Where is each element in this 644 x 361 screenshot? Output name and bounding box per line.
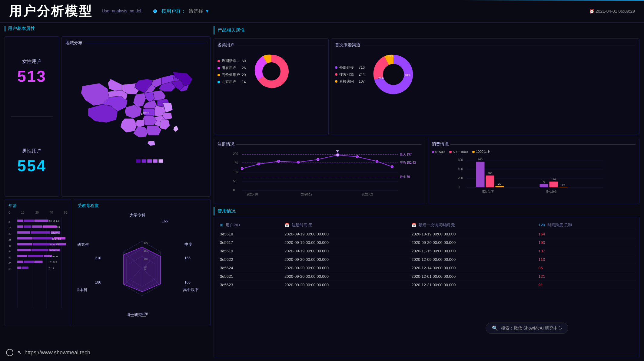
edu-title: 受教育程度 xyxy=(78,203,207,208)
legend-val-direct: 107 xyxy=(359,79,365,84)
svg-rect-21 xyxy=(32,225,42,228)
svg-text:186: 186 xyxy=(95,280,101,284)
male-stat: 男性用户 554 xyxy=(11,148,53,175)
user-types-title: 各类用户 xyxy=(217,42,325,48)
svg-text:210: 210 xyxy=(95,256,101,260)
consume-legend-2: 500~1000 xyxy=(449,149,468,154)
legend-search: 搜索引擎 244 xyxy=(335,72,365,77)
svg-text:平均 152.43: 平均 152.43 xyxy=(400,161,416,164)
table-row: 3e5617 2020-09-19 00:00:00.000 2020-09-2… xyxy=(217,238,636,247)
table-icon-reg: 📅 xyxy=(284,223,289,227)
source-pie-svg: 67.10% 22.87% 10% xyxy=(369,50,418,99)
table-row: 3e5621 2020-09-20 00:00:00.000 2020-12-0… xyxy=(217,272,636,281)
svg-point-122 xyxy=(336,153,339,156)
user-types-pie-svg xyxy=(250,50,293,93)
col-last: 📅 最后一次访问时间 无 xyxy=(409,221,536,230)
svg-rect-62 xyxy=(34,261,42,263)
svg-rect-2 xyxy=(136,159,141,162)
svg-rect-5 xyxy=(153,159,158,162)
svg-text:0: 0 xyxy=(8,221,10,224)
svg-text:100: 100 xyxy=(144,258,148,261)
edu-radar-svg: 大学专科 中专 高中以下 博士研究生 大学本科 硕士研究生 165 166 16… xyxy=(78,211,207,320)
map-panel: 地域分布 xyxy=(61,36,211,197)
user-types-panel: 各类用户 近期活跃... 69 潜在用户 26 xyxy=(214,38,329,135)
svg-rect-6 xyxy=(159,159,163,162)
svg-rect-141 xyxy=(476,162,485,188)
svg-rect-13 xyxy=(24,220,34,222)
svg-rect-143 xyxy=(486,176,494,187)
svg-text:34: 34 xyxy=(55,238,58,240)
svg-point-123 xyxy=(356,156,359,158)
svg-text:260: 260 xyxy=(488,172,492,175)
svg-text:26: 26 xyxy=(52,255,55,258)
svg-text:33: 33 xyxy=(54,231,57,234)
source-panel: 首次来源渠道 外部链接 716 搜索引擎 244 xyxy=(331,38,639,135)
svg-point-124 xyxy=(376,160,378,162)
left-panel: 用户基本属性 女性用户 513 男性用户 554 地域分布 xyxy=(5,26,211,358)
map-title: 地域分布 xyxy=(65,40,207,46)
filter-select[interactable]: 请选择 xyxy=(189,8,203,15)
cell-last: 2020-12-09 00:00:00.000 xyxy=(409,255,536,264)
svg-text:10: 10 xyxy=(8,227,12,230)
dropdown-arrow-icon[interactable]: ▼ xyxy=(205,8,210,14)
svg-text:大学专科: 大学专科 xyxy=(130,213,145,217)
svg-text:中专: 中专 xyxy=(184,242,192,247)
svg-rect-3 xyxy=(142,159,146,162)
svg-rect-20 xyxy=(24,225,31,228)
consume-title: 消费情况 xyxy=(432,142,636,147)
svg-text:200: 200 xyxy=(233,152,238,156)
legend-label-highvalue: 高价值用户 xyxy=(222,72,240,77)
svg-rect-152 xyxy=(559,187,568,187)
legend-beijing: 北京用户 14 xyxy=(217,79,246,84)
table-row: 3e5623 2020-09-20 00:00:00.000 2020-12-3… xyxy=(217,281,636,289)
cell-span: 137 xyxy=(536,247,636,255)
svg-rect-61 xyxy=(24,261,34,263)
svg-text:高中以下: 高中以下 xyxy=(183,287,199,292)
cell-pid: 3e5621 xyxy=(217,272,282,281)
legend-highvalue: 高价值用户 20 xyxy=(217,72,246,77)
svg-text:硕士研究生: 硕士研究生 xyxy=(78,242,89,247)
svg-text:24: 24 xyxy=(56,220,59,222)
consume-dot-2 xyxy=(449,151,452,153)
svg-text:52: 52 xyxy=(8,256,12,259)
legend-val-search: 244 xyxy=(359,72,365,77)
svg-rect-150 xyxy=(549,182,558,187)
consume-legend: 0~500 500~1000 1000以上 xyxy=(432,149,636,154)
svg-text:0: 0 xyxy=(144,268,146,271)
gender-panel: 女性用户 513 男性用户 554 xyxy=(5,36,59,197)
source-title: 首次来源渠道 xyxy=(335,42,636,48)
reg-panel: 注册情况 200 150 100 50 0 xyxy=(214,138,425,204)
datetime: ⏰ 2021-04-01 06:09:29 xyxy=(589,9,635,14)
clock-icon: ⏰ xyxy=(589,9,594,14)
gender-divider xyxy=(11,117,53,117)
legend-dot-search xyxy=(335,73,337,76)
usage-panel: ⊞ 用户PID 📅 注册时间 无 📅 最后一次访问时间 无 xyxy=(214,217,639,358)
legend-label-potential: 潜在用户 xyxy=(222,65,236,71)
bottom-left-panel: 年龄 0 10 20 40 60 0 xyxy=(5,199,211,326)
svg-rect-68 xyxy=(22,267,28,269)
svg-point-117 xyxy=(241,167,244,170)
cell-reg: 2020-09-20 00:00:00.000 xyxy=(282,272,409,281)
cell-span: 113 xyxy=(536,255,636,264)
female-label: 女性用户 xyxy=(11,58,53,65)
svg-text:重庆市: 重庆市 xyxy=(143,111,149,114)
cell-span: 193 xyxy=(536,238,636,247)
svg-point-103 xyxy=(383,64,404,85)
svg-rect-19 xyxy=(17,225,23,228)
cell-reg: 2020-09-20 00:00:00.000 xyxy=(282,281,409,289)
svg-text:165: 165 xyxy=(162,219,168,223)
female-stat: 女性用户 513 xyxy=(11,58,53,85)
svg-rect-67 xyxy=(17,267,22,269)
cell-pid: 3e5619 xyxy=(217,247,282,255)
cell-pid: 3e5622 xyxy=(217,255,282,264)
svg-text:11: 11 xyxy=(51,267,54,270)
svg-marker-132 xyxy=(336,150,339,153)
cursor-icon: ↖ xyxy=(17,350,22,356)
svg-text:100: 100 xyxy=(233,170,238,174)
svg-text:36: 36 xyxy=(8,244,12,247)
svg-text:150: 150 xyxy=(144,249,148,252)
legend-dot-recent xyxy=(217,60,220,62)
svg-text:26: 26 xyxy=(52,238,55,240)
svg-rect-14 xyxy=(34,220,48,222)
cell-last: 2020-09-20 00:00:00.000 xyxy=(409,238,536,247)
